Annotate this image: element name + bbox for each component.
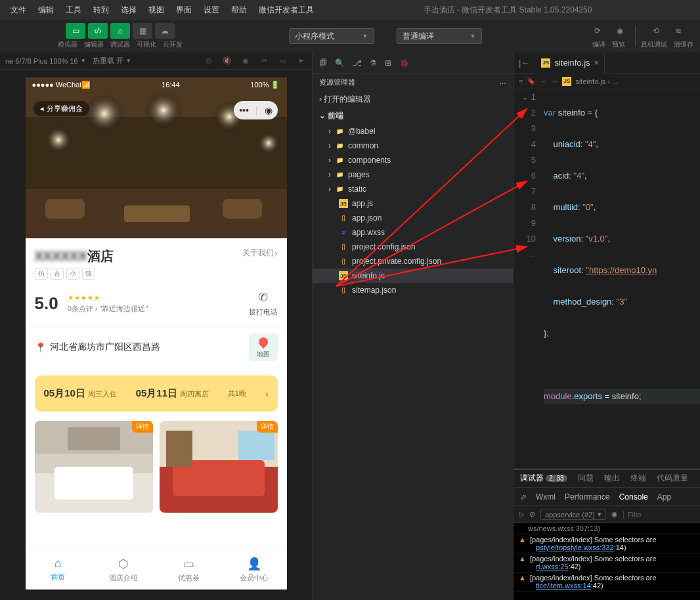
- call-button[interactable]: ✆ 拨打电话: [249, 290, 278, 317]
- device-info[interactable]: ne 6/7/8 Plus 100% 16▼: [5, 57, 86, 65]
- eye-icon[interactable]: ◉: [610, 23, 630, 39]
- stars-icon: ★★★★★: [68, 294, 249, 301]
- console-link[interactable]: pstyle/topstyle.wxss:332: [536, 544, 614, 551]
- clearcache-icon[interactable]: ≋: [668, 23, 688, 39]
- folder-pages[interactable]: ›📁pages: [313, 167, 513, 182]
- tab-coupon[interactable]: ▭优惠券: [156, 549, 222, 589]
- room-card[interactable]: 详情: [35, 421, 153, 513]
- room-badge[interactable]: 详情: [257, 421, 278, 433]
- file-siteinfo[interactable]: JSsiteinfo.js: [313, 268, 513, 283]
- folder-babel[interactable]: ›📁@babel: [313, 124, 513, 139]
- collapse-icon[interactable]: |←: [519, 58, 529, 68]
- menu-help[interactable]: 帮助: [226, 2, 252, 18]
- project-root[interactable]: ⌄ 前端: [313, 108, 513, 124]
- folder-static[interactable]: ›📁static: [313, 182, 513, 196]
- tab-hotel[interactable]: ⬡酒店介绍: [91, 549, 156, 589]
- terminal-tab[interactable]: 终端: [630, 473, 646, 484]
- realdebug-icon[interactable]: ⟲: [646, 23, 666, 39]
- plug-icon[interactable]: 🐞: [399, 58, 409, 68]
- back-icon[interactable]: ←: [540, 77, 547, 85]
- inspect-icon[interactable]: ⬀: [520, 492, 527, 502]
- folder-common[interactable]: ›📁common: [313, 139, 513, 153]
- menu-goto[interactable]: 转到: [88, 2, 114, 18]
- refresh-icon[interactable]: ⟳: [588, 23, 607, 39]
- console-tab[interactable]: Console: [619, 492, 648, 502]
- ban-icon[interactable]: ⊘: [529, 510, 535, 519]
- share-pill[interactable]: ◂ 分享赚佣金: [33, 101, 89, 116]
- file-project-private[interactable]: {}project.private.config.json: [313, 254, 513, 268]
- breadcrumb[interactable]: ≡ 🔖 ← → JS siteinfo.js › ...: [514, 74, 700, 89]
- context-dropdown[interactable]: appservice (#2) ▾: [540, 509, 606, 520]
- app-tab[interactable]: App: [657, 492, 671, 502]
- perf-tab[interactable]: Performance: [565, 492, 610, 502]
- record-icon[interactable]: ◉: [240, 55, 252, 67]
- bookmark-icon[interactable]: 🔖: [527, 77, 536, 85]
- console-output[interactable]: ws/news.wxss:307:13) ▲[pages/index/index…: [514, 523, 700, 600]
- menu-settings[interactable]: 设置: [198, 2, 225, 18]
- menu-ui[interactable]: 界面: [171, 2, 197, 18]
- simulator-button[interactable]: ▭: [66, 23, 85, 39]
- visual-button[interactable]: ▦: [133, 23, 152, 39]
- editor-button[interactable]: ‹/›: [88, 23, 108, 39]
- capsule-menu[interactable]: ••• | ◉: [234, 101, 277, 119]
- about-link[interactable]: 关于我们 ›: [242, 247, 278, 259]
- wxml-tab[interactable]: Wxml: [536, 492, 556, 502]
- code-editor[interactable]: ⌄ 12345678910… var siteinfo = { uniacid:…: [514, 89, 700, 469]
- more-icon[interactable]: …: [499, 77, 506, 87]
- mute-icon[interactable]: 🔇: [221, 55, 233, 67]
- extensions-icon[interactable]: ⊞: [385, 58, 391, 68]
- mode-dropdown[interactable]: 小程序模式▼: [289, 28, 374, 44]
- problems-tab[interactable]: 问题: [578, 473, 594, 484]
- file-app-js[interactable]: JSapp.js: [313, 196, 513, 211]
- location-row[interactable]: 📍 河北省廊坊市广阳区西昌路 地图: [26, 328, 287, 366]
- menu-file[interactable]: 文件: [5, 2, 32, 18]
- editor-tab[interactable]: JS siteinfo.js ×: [536, 53, 605, 74]
- js-icon: JS: [562, 77, 571, 86]
- file-app-json[interactable]: {}app.json: [313, 211, 513, 225]
- tab-member[interactable]: 👤会员中心: [221, 549, 287, 589]
- compile-dropdown[interactable]: 普通编译▼: [397, 28, 482, 44]
- search-icon[interactable]: 🔍: [335, 58, 345, 68]
- js-icon: JS: [339, 199, 348, 208]
- menu-view[interactable]: 视图: [143, 2, 169, 18]
- rating-row[interactable]: 5.0 ★★★★★ 0条点评 › "靠近海边很近" ✆ 拨打电话: [26, 288, 287, 328]
- debugger-tab[interactable]: 调试器 2, 33: [520, 473, 567, 484]
- tab-home[interactable]: ⌂首页: [26, 549, 91, 589]
- console-link[interactable]: rt.wxss:25: [536, 563, 569, 570]
- menu-tool[interactable]: 工具: [60, 2, 87, 18]
- play-icon[interactable]: ▷: [519, 510, 524, 519]
- cut-icon[interactable]: ✂: [258, 55, 270, 67]
- beaker-icon[interactable]: ⚗: [370, 58, 377, 68]
- more-icon[interactable]: •••: [239, 105, 249, 116]
- menu-devtools[interactable]: 微信开发者工具: [253, 2, 319, 18]
- console-link[interactable]: tice/item.wxss:14: [536, 582, 591, 589]
- open-editors-section[interactable]: › 打开的编辑器: [313, 91, 513, 108]
- cloud-button[interactable]: ☁: [155, 23, 175, 39]
- menu-edit[interactable]: 编辑: [33, 2, 59, 18]
- file-sitemap[interactable]: {}sitemap.json: [313, 283, 513, 297]
- file-app-wxss[interactable]: ≡app.wxss: [313, 225, 513, 240]
- room-badge[interactable]: 详情: [132, 421, 153, 433]
- forward-icon[interactable]: →: [551, 77, 558, 85]
- file-project-config[interactable]: {}project.config.json: [313, 240, 513, 254]
- date-picker[interactable]: 05月10日 周三入住 05月11日 周四离店 共1晚 ›: [35, 375, 278, 412]
- folder-components[interactable]: ›📁components: [313, 153, 513, 167]
- hotreload-toggle[interactable]: 热重载 开▼: [93, 56, 131, 66]
- room-card[interactable]: 详情: [160, 421, 278, 513]
- debugger-button[interactable]: ⌂: [110, 23, 130, 39]
- map-button[interactable]: 地图: [249, 333, 278, 361]
- files-icon[interactable]: 🗐: [319, 58, 327, 68]
- output-tab[interactable]: 输出: [604, 473, 620, 484]
- branch-icon[interactable]: ⎇: [353, 58, 362, 68]
- eye-icon[interactable]: ◉: [611, 510, 618, 519]
- menu-select[interactable]: 选择: [116, 2, 142, 18]
- close-icon[interactable]: ×: [594, 58, 600, 68]
- filter-input[interactable]: Filte: [623, 511, 695, 519]
- split-icon[interactable]: ▭: [276, 55, 288, 67]
- list-icon[interactable]: ≡: [519, 77, 523, 85]
- target-icon[interactable]: ◎: [203, 55, 215, 67]
- chevron-right-icon[interactable]: ➤: [295, 55, 307, 67]
- code-lines[interactable]: var siteinfo = { uniacid: "4", acid: "4"…: [544, 89, 700, 469]
- close-capsule-icon[interactable]: ◉: [265, 105, 273, 116]
- quality-tab[interactable]: 代码质量: [657, 473, 688, 484]
